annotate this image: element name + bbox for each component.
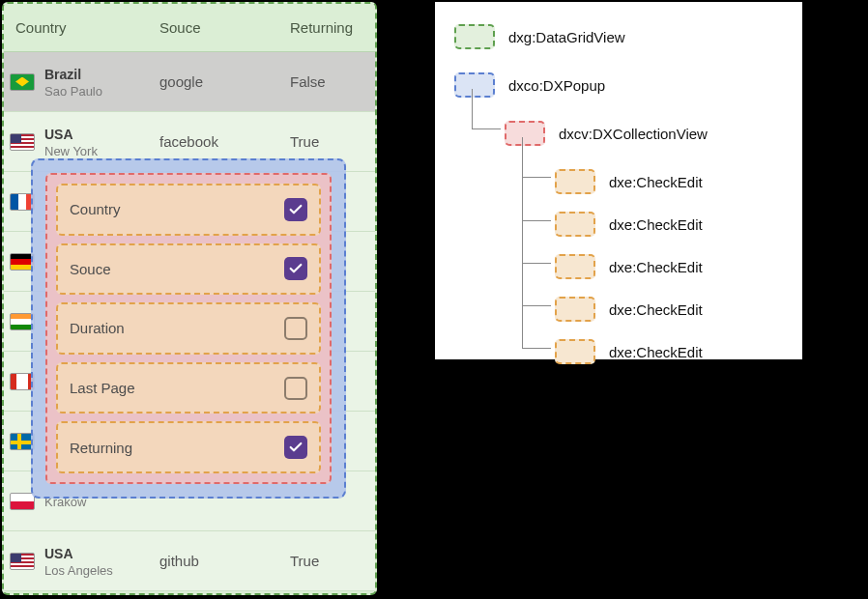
legend-box-checkedit (555, 339, 595, 364)
legend-box-checkedit (555, 297, 595, 322)
table-row[interactable]: BrazilSao Paulo google False (4, 52, 375, 112)
legend-label-checkedit: dxe:CheckEdit (609, 259, 703, 275)
country-cell: USANew York (44, 126, 98, 158)
grid-header-row: Country Souce Returning (4, 4, 375, 52)
legend-label-datagridview: dxg:DataGridView (508, 29, 625, 45)
checkbox-icon[interactable] (284, 257, 307, 280)
check-edit-label: Returning (70, 440, 132, 456)
check-edit-item[interactable]: Souce (56, 243, 321, 296)
legend-label-checkedit: dxe:CheckEdit (609, 216, 703, 233)
check-edit-label: Souce (70, 261, 111, 277)
checkbox-icon[interactable] (284, 436, 307, 459)
checkbox-icon[interactable] (284, 317, 307, 340)
source-cell: facebook (159, 133, 290, 150)
check-edit-item[interactable]: Duration (56, 302, 321, 355)
dx-collection-view: Country Souce Duration Last Page Returni… (45, 173, 332, 484)
flag-icon (10, 133, 35, 151)
legend-label-collectionview: dxcv:DXCollectionView (559, 126, 708, 142)
legend-box-datagridview (454, 24, 495, 49)
source-cell: google (159, 73, 290, 90)
check-edit-label: Last Page (70, 380, 135, 396)
hierarchy-legend: dxg:DataGridView dxco:DXPopup dxcv:DXCol… (435, 2, 802, 359)
country-cell: BrazilSao Paulo (44, 66, 102, 99)
check-edit-item[interactable]: Returning (56, 421, 321, 473)
flag-icon (10, 493, 35, 510)
returning-cell: True (290, 553, 369, 569)
legend-label-checkedit: dxe:CheckEdit (609, 174, 703, 190)
legend-label-checkedit: dxe:CheckEdit (609, 344, 703, 360)
returning-cell: False (290, 73, 369, 90)
header-returning[interactable]: Returning (290, 19, 369, 36)
checkbox-icon[interactable] (284, 377, 307, 400)
check-edit-label: Country (70, 201, 121, 217)
flag-icon (10, 73, 35, 91)
legend-label-dxpopup: dxco:DXPopup (508, 77, 605, 94)
legend-box-checkedit (555, 254, 595, 279)
returning-cell: True (290, 133, 369, 150)
check-edit-label: Duration (70, 320, 125, 336)
legend-box-checkedit (555, 169, 595, 194)
check-edit-item[interactable]: Country (56, 184, 321, 236)
table-row[interactable]: USALos Angeles github True (4, 531, 375, 591)
source-cell: github (159, 553, 290, 569)
header-source[interactable]: Souce (159, 19, 290, 36)
legend-box-checkedit (555, 212, 595, 237)
check-edit-item[interactable]: Last Page (56, 362, 321, 414)
checkbox-icon[interactable] (284, 198, 307, 221)
dx-popup: Country Souce Duration Last Page Returni… (31, 158, 346, 499)
header-country[interactable]: Country (10, 19, 159, 36)
flag-icon (10, 553, 35, 570)
country-cell: USALos Angeles (44, 545, 113, 578)
legend-label-checkedit: dxe:CheckEdit (609, 301, 703, 318)
